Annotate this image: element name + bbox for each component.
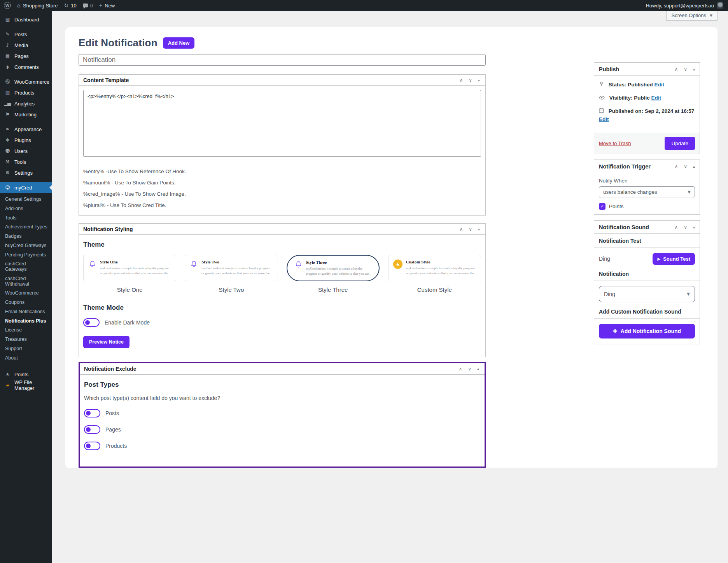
mycred-submenu-item[interactable]: cashCred Withdrawal — [0, 274, 52, 289]
content-template-textarea[interactable]: <p>%entry%</p><h1>%cred_f%</h1> — [83, 90, 481, 157]
move-down-icon[interactable]: ∨ — [469, 78, 472, 82]
sidebar-menu-label: Marketing — [14, 112, 37, 118]
move-down-icon[interactable]: ∨ — [469, 227, 472, 232]
move-down-icon[interactable]: ∨ — [468, 367, 471, 371]
products-icon: ▥ — [4, 90, 11, 95]
post-type-label: Pages — [105, 426, 121, 433]
theme-option[interactable]: ★ Style Three myCred makes it simple to … — [287, 255, 380, 293]
post-types-heading: Post Types — [84, 381, 480, 389]
sidebar-menu-item[interactable]: Ⓦ WooCommerce — [0, 76, 52, 87]
updates-link[interactable]: ↻ 10 — [64, 3, 77, 9]
mycred-submenu-item[interactable]: cashCred Gateways — [0, 260, 52, 274]
mycred-submenu-item[interactable]: buyCred Gateways — [0, 241, 52, 251]
mycred-submenu-item[interactable]: Coupons — [0, 298, 52, 307]
theme-option[interactable]: ★ Style Two myCred makes it simple to cr… — [185, 255, 278, 293]
collapse-icon[interactable]: ▴ — [693, 225, 695, 229]
points-checkbox[interactable]: ✓ — [599, 203, 606, 210]
status-label: Status: — [609, 82, 626, 88]
mycred-submenu-item[interactable]: License — [0, 326, 52, 335]
mycred-submenu-item[interactable]: WooCommerce — [0, 289, 52, 298]
post-type-toggle[interactable] — [84, 409, 100, 417]
sidebar-menu-item[interactable]: ◗ Comments — [0, 61, 52, 72]
post-type-toggle[interactable] — [84, 442, 100, 450]
move-down-icon[interactable]: ∨ — [684, 67, 687, 72]
dashboard-icon: ▦ — [4, 17, 11, 22]
edit-visibility-link[interactable]: Edit — [651, 95, 662, 101]
mycred-submenu-item[interactable]: Tools — [0, 214, 52, 223]
move-up-icon[interactable]: ∧ — [674, 225, 678, 230]
sidebar-menu-item[interactable]: ☻ Users — [0, 146, 52, 156]
mycred-submenu-item[interactable]: Badges — [0, 232, 52, 241]
sidebar-item-mycred[interactable]: ☺ myCred — [0, 182, 52, 193]
notify-when-select[interactable]: users balance changes ▼ — [599, 186, 695, 198]
add-new-button[interactable]: Add New — [163, 37, 195, 49]
comments-link[interactable]: 0 — [83, 3, 93, 9]
publish-title: Publish — [599, 66, 619, 72]
sidebar-menu-item[interactable]: ⚑ Marketing — [0, 109, 52, 120]
mycred-submenu-item[interactable]: Email Notifications — [0, 307, 52, 317]
folder-icon: ▰ — [4, 383, 11, 388]
sound-test-button[interactable]: ▶ Sound Test — [653, 253, 695, 265]
mycred-submenu-item[interactable]: Treasures — [0, 335, 52, 344]
sidebar-menu-item[interactable]: ★ Points — [0, 369, 52, 380]
move-down-icon[interactable]: ∨ — [684, 164, 687, 169]
move-up-icon[interactable]: ∧ — [459, 227, 463, 232]
move-up-icon[interactable]: ∧ — [458, 367, 462, 371]
theme-option[interactable]: ★ Style One myCred makes it simple to cr… — [83, 255, 176, 293]
notification-title-input[interactable] — [79, 54, 486, 66]
post-type-toggle[interactable] — [84, 425, 100, 434]
mycred-submenu-item[interactable]: General Settings — [0, 195, 52, 204]
sidebar-menu-item[interactable]: ▂▅ Analytics — [0, 98, 52, 109]
sidebar-menu-item[interactable]: ▥ Products — [0, 87, 52, 98]
sidebar-menu-item[interactable]: ⚒ Tools — [0, 156, 52, 167]
mycred-submenu-item[interactable]: About — [0, 354, 52, 363]
collapse-icon[interactable]: ▴ — [478, 78, 480, 82]
edit-status-link[interactable]: Edit — [654, 82, 665, 88]
visibility-label: Visibility: — [609, 95, 633, 101]
move-up-icon[interactable]: ∧ — [674, 164, 678, 169]
sidebar-menu-item[interactable]: ▰ WP File Manager — [0, 380, 52, 391]
sidebar-menu-item[interactable]: ▤ Pages — [0, 51, 52, 61]
content-template-title: Content Template — [83, 77, 129, 83]
theme-card-description: myCred makes it simple to create a loyal… — [306, 266, 372, 276]
move-down-icon[interactable]: ∨ — [684, 225, 687, 230]
sidebar-menu-item[interactable]: ❖ Plugins — [0, 135, 52, 146]
updates-icon: ↻ — [64, 3, 69, 8]
new-content-link[interactable]: + New — [99, 3, 115, 9]
mycred-submenu-item[interactable]: Pending Payments — [0, 251, 52, 260]
add-notification-sound-button[interactable]: ✚ Add Notification Sound — [599, 324, 695, 339]
move-up-icon[interactable]: ∧ — [674, 67, 678, 72]
dark-mode-toggle[interactable] — [83, 318, 100, 327]
account-menu[interactable]: Howdy, support@wpexperts.io — [646, 2, 723, 9]
mycred-submenu-label: License — [5, 327, 22, 333]
wordpress-logo-menu[interactable]: W — [4, 2, 11, 9]
mycred-submenu-item[interactable]: Add-ons — [0, 204, 52, 214]
screen-options-button[interactable]: Screen Options ▼ — [666, 11, 718, 21]
test-sound-name: Ding — [599, 256, 610, 262]
collapse-icon[interactable]: ▴ — [693, 67, 695, 71]
move-up-icon[interactable]: ∧ — [459, 78, 463, 82]
plugin-icon: ❖ — [4, 138, 11, 142]
edit-published-link[interactable]: Edit — [599, 116, 609, 122]
sidebar-menu-item[interactable]: ✒ Appearance — [0, 124, 52, 135]
sidebar-menu-item[interactable]: ⚙ Settings — [0, 167, 52, 178]
site-name-link[interactable]: ⌂ Shopping Store — [17, 3, 58, 9]
notification-sound-select[interactable]: Ding ▼ — [599, 286, 695, 302]
mycred-submenu-item[interactable]: Support — [0, 344, 52, 354]
mycred-submenu-item[interactable]: Notifications Plus — [0, 317, 52, 326]
collapse-icon[interactable]: ▴ — [693, 165, 695, 168]
theme-label: Style One — [83, 286, 176, 293]
sidebar-menu-item[interactable]: ▦ Dashboard — [0, 14, 52, 25]
sidebar-menu-item[interactable]: ♪ Media — [0, 40, 52, 51]
collapse-icon[interactable]: ▴ — [478, 227, 480, 231]
collapse-icon[interactable]: ▴ — [477, 367, 479, 371]
move-to-trash-link[interactable]: Move to Trash — [599, 140, 631, 146]
mycred-submenu-item[interactable]: Achievement Types — [0, 223, 52, 232]
preview-notice-button[interactable]: Preview Notice — [83, 336, 130, 348]
update-button[interactable]: Update — [665, 137, 695, 150]
sidebar-mycred-label: myCred — [14, 185, 32, 191]
sidebar-menu-label: Comments — [14, 64, 39, 70]
media-icon: ♪ — [4, 43, 11, 47]
sidebar-menu-item[interactable]: ✎ Posts — [0, 29, 52, 40]
theme-option[interactable]: ★ Custom Style myCred makes it simple to… — [388, 255, 481, 293]
